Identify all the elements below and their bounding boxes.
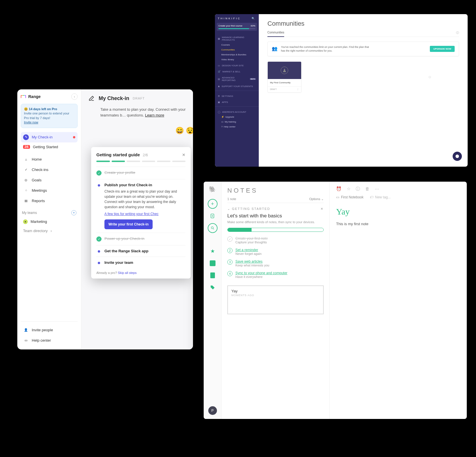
more-icon[interactable]: ⋯ — [375, 186, 379, 192]
kebab-icon[interactable]: ⋮ — [297, 88, 299, 91]
invite-people[interactable]: 👤 Invite people — [21, 325, 78, 335]
nav-home[interactable]: ⌂ Home — [21, 154, 78, 165]
notebooks-icon[interactable] — [208, 270, 218, 280]
gs-task-list: ✓Create your first noteCapture your thou… — [227, 236, 324, 283]
help-fab[interactable] — [453, 152, 462, 161]
note-toolbar: ⏰ ☆ ⓘ 🗑 ⋯ — [336, 186, 460, 192]
section-support[interactable]: ♟ SUPPORT YOUR STUDENTS — [215, 83, 259, 89]
note-card[interactable]: Yay MOMENTS AGO — [227, 285, 324, 314]
step-invite-team[interactable]: Invite your team — [96, 260, 185, 265]
gs-task[interactable]: 3Save web articlesKeep what interests yo… — [227, 259, 324, 267]
info-icon[interactable]: ⓘ — [456, 31, 459, 37]
tips-link[interactable]: A few tips for writing your first Chec — [104, 212, 185, 216]
notes-icon[interactable] — [208, 258, 218, 268]
notebook-selector[interactable]: ▭ First Notebook — [336, 195, 363, 199]
new-tag-input[interactable]: 🏷 New tag... — [370, 195, 391, 199]
section-apps[interactable]: ▣ APPS — [215, 99, 259, 105]
upgrade-button[interactable]: UPGRADE NOW — [430, 46, 455, 52]
gs-task[interactable]: 4Sync to your phone and computerHave it … — [227, 271, 324, 279]
task-sub: Have it everywhere — [235, 275, 287, 279]
new-notebook-icon[interactable] — [208, 211, 218, 221]
community-icon: 👥 — [272, 46, 278, 52]
mood-happy-icon[interactable]: 😄 — [175, 127, 184, 135]
search-icon[interactable] — [208, 223, 218, 233]
skip-steps-link[interactable]: Skip all steps — [118, 271, 137, 274]
users-icon: ♟ — [218, 85, 220, 88]
search-icon[interactable]: 🔍 — [252, 17, 256, 20]
checkmark-circle-icon: ✓ — [23, 167, 29, 173]
section-account[interactable]: ◯ ANDREW'S ACCOUNT — [215, 108, 259, 114]
note-count: 1 note — [227, 197, 236, 201]
close-icon[interactable]: ✕ — [321, 207, 324, 211]
task-sub: Never forget again — [235, 252, 262, 255]
learn-more-link[interactable]: Learn more — [145, 113, 164, 117]
task-step-icon: 3 — [227, 259, 233, 265]
nav-getting-started[interactable]: 2/6 Getting Started — [21, 142, 78, 151]
shortcut-icon[interactable]: ☆ — [347, 186, 351, 192]
tags-icon[interactable] — [208, 283, 218, 292]
invite-now-link[interactable]: Invite now — [24, 121, 38, 124]
nav-goals[interactable]: ◎ Goals — [21, 175, 78, 185]
section-market[interactable]: 🛒 MARKET & SELL — [215, 68, 259, 74]
thinkific-sidebar: THINKIFIC 🔍 Create your first course 83%… — [215, 14, 259, 167]
user-avatar[interactable]: P — [208, 406, 217, 415]
nav-memberships[interactable]: Memberships & Bundles — [215, 52, 259, 57]
popover-footer: Already a pro? Skip all steps — [96, 271, 185, 274]
nav-video[interactable]: Video library — [215, 57, 259, 62]
reminder-icon[interactable]: ⏰ — [336, 186, 342, 192]
close-icon[interactable]: ✕ — [182, 153, 185, 157]
tab-communities[interactable]: Communities — [267, 31, 284, 37]
notification-dot-icon — [73, 136, 75, 138]
task-sub: Capture your thoughts — [235, 240, 268, 244]
nav-upgrade[interactable]: ⚡Upgrade — [215, 114, 259, 119]
trash-icon[interactable]: 🗑 — [365, 186, 370, 192]
gs-task[interactable]: ✓Create your first noteCapture your thou… — [227, 236, 324, 244]
nav-help[interactable]: ?Help center — [215, 124, 259, 129]
section-manage[interactable]: ▦ MANAGE LEARNING PRODUCTS — [215, 34, 259, 42]
section-settings[interactable]: ⚙ SETTINGS — [215, 93, 259, 99]
nav-checkins[interactable]: ✓ Check-ins — [21, 165, 78, 175]
options-dropdown[interactable]: Options ⌄ — [309, 197, 324, 201]
info-icon[interactable]: ⓘ — [356, 186, 360, 192]
range-logo-icon — [21, 95, 26, 98]
nav-meetings[interactable]: ⁘ Meetings — [21, 185, 78, 196]
new-note-button[interactable]: + — [208, 199, 218, 209]
team-marketing[interactable]: ● Marketing — [21, 217, 78, 226]
check-icon: ✓ — [96, 236, 102, 242]
gs-task[interactable]: 2Set a reminderNever forget again — [227, 248, 324, 255]
getting-started-toggle[interactable]: ⌄ GETTING STARTED — [227, 207, 270, 211]
collapse-sidebar-button[interactable]: ‹ — [71, 93, 78, 100]
step-create-profile[interactable]: ✓ Create your profile — [96, 170, 185, 176]
gs-title: Let's start with the basics — [227, 213, 324, 219]
mood-row: 😄 😧 — [88, 127, 187, 135]
onboarding-progress[interactable]: Create your first course 83% — [217, 23, 257, 31]
nav-training[interactable]: ▭My training — [215, 119, 259, 124]
section-reporting[interactable]: ▤ ADVANCED REPORTING BETA — [215, 74, 259, 83]
team-directory-link[interactable]: Team directory › — [21, 226, 78, 235]
nav-communities[interactable]: Communities — [215, 47, 259, 52]
bullet-icon — [98, 262, 100, 264]
edit-icon — [88, 95, 95, 102]
write-checkin-button[interactable]: Write your first Check-in — [104, 219, 153, 229]
carousel-dot: ○ — [428, 74, 431, 80]
tag-icon: 🏷 — [370, 195, 373, 199]
help-center[interactable]: ▭ Help center — [21, 335, 78, 345]
step-power-up[interactable]: ✓ Power up your Check-in — [96, 236, 185, 242]
promo-body: Invite one person to extend your Pro tri… — [24, 112, 69, 119]
add-team-button[interactable]: + — [71, 210, 76, 215]
step-slack-app[interactable]: Get the Range Slack app — [96, 249, 185, 253]
mood-shocked-icon[interactable]: 😧 — [186, 127, 193, 135]
note-title[interactable]: Yay — [336, 207, 460, 217]
beta-badge: BETA — [250, 78, 256, 80]
book-icon: ▭ — [23, 337, 29, 343]
section-design[interactable]: ▭ DESIGN YOUR SITE — [215, 62, 259, 68]
note-body[interactable]: This is my first note — [336, 222, 460, 226]
shortcuts-icon[interactable]: ★ — [208, 246, 218, 256]
thinkific-main: Communities Communities ⓘ 👥 You've reach… — [259, 14, 468, 167]
community-card[interactable]: ♟ My First Community DRAFT ⋮ — [267, 61, 301, 93]
thinkific-brand-row: THINKIFIC 🔍 — [215, 17, 259, 23]
nav-my-checkin[interactable]: ✎ My Check-in — [21, 132, 78, 142]
nav-courses[interactable]: Courses — [215, 42, 259, 47]
notes-heading: NOTES — [227, 187, 324, 194]
nav-reports[interactable]: ▤ Reports — [21, 196, 78, 206]
